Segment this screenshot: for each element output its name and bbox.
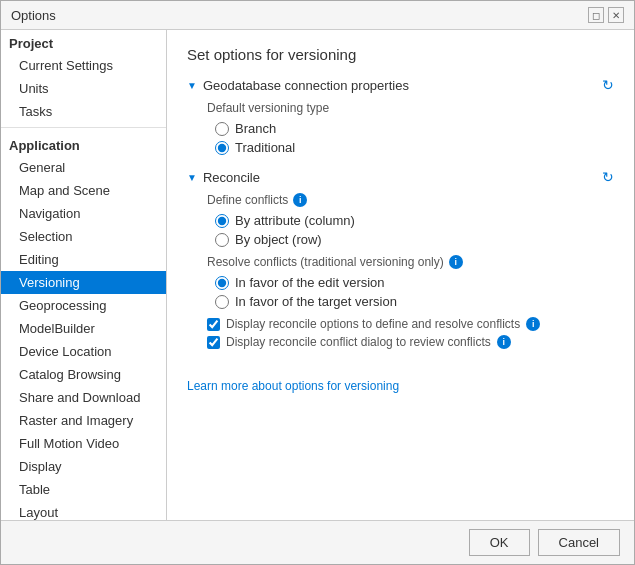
cancel-button[interactable]: Cancel xyxy=(538,529,620,556)
checkbox-conflict-dialog-input[interactable] xyxy=(207,336,220,349)
radio-favor-target[interactable]: In favor of the target version xyxy=(215,294,614,309)
geodatabase-section: ▼ Geodatabase connection properties ↻ De… xyxy=(187,77,614,155)
geodatabase-section-header: ▼ Geodatabase connection properties ↻ xyxy=(187,77,614,93)
sidebar-item-units[interactable]: Units xyxy=(1,77,166,100)
dialog-body: Project Current Settings Units Tasks App… xyxy=(1,30,634,520)
chevron-down-icon: ▼ xyxy=(187,80,197,91)
chevron-down-icon-2: ▼ xyxy=(187,172,197,183)
reconcile-section-content: Define conflicts i By attribute (column)… xyxy=(187,193,614,349)
titlebar-controls: ◻ ✕ xyxy=(588,7,624,23)
radio-favor-edit-input[interactable] xyxy=(215,276,229,290)
options-dialog: Options ◻ ✕ Project Current Settings Uni… xyxy=(0,0,635,565)
sidebar-item-full-motion-video[interactable]: Full Motion Video xyxy=(1,432,166,455)
dialog-title: Options xyxy=(11,8,56,23)
reset-geodatabase-icon[interactable]: ↻ xyxy=(602,77,614,93)
sidebar-item-modelbuilder[interactable]: ModelBuilder xyxy=(1,317,166,340)
sidebar: Project Current Settings Units Tasks App… xyxy=(1,30,167,520)
sidebar-item-table[interactable]: Table xyxy=(1,478,166,501)
sidebar-item-selection[interactable]: Selection xyxy=(1,225,166,248)
sidebar-item-map-and-scene[interactable]: Map and Scene xyxy=(1,179,166,202)
sidebar-group-project: Project xyxy=(1,30,166,54)
reconcile-section-label: ▼ Reconcile xyxy=(187,170,260,185)
reconcile-section-header: ▼ Reconcile ↻ xyxy=(187,169,614,185)
ok-button[interactable]: OK xyxy=(469,529,530,556)
radio-favor-target-input[interactable] xyxy=(215,295,229,309)
checkboxes-container: Display reconcile options to define and … xyxy=(207,317,614,349)
main-content: Set options for versioning ▼ Geodatabase… xyxy=(167,30,634,520)
reconcile-options-info-icon: i xyxy=(526,317,540,331)
sidebar-item-current-settings[interactable]: Current Settings xyxy=(1,54,166,77)
define-conflicts-info-icon: i xyxy=(293,193,307,207)
sidebar-item-general[interactable]: General xyxy=(1,156,166,179)
sidebar-item-tasks[interactable]: Tasks xyxy=(1,100,166,123)
radio-by-attribute[interactable]: By attribute (column) xyxy=(215,213,614,228)
default-versioning-type-label: Default versioning type xyxy=(207,101,614,115)
minimize-button[interactable]: ◻ xyxy=(588,7,604,23)
checkbox-reconcile-options-input[interactable] xyxy=(207,318,220,331)
dialog-footer: OK Cancel xyxy=(1,520,634,564)
sidebar-item-geoprocessing[interactable]: Geoprocessing xyxy=(1,294,166,317)
radio-favor-edit[interactable]: In favor of the edit version xyxy=(215,275,614,290)
radio-traditional[interactable]: Traditional xyxy=(215,140,614,155)
sidebar-item-versioning[interactable]: Versioning xyxy=(1,271,166,294)
conflict-dialog-info-icon: i xyxy=(497,335,511,349)
reconcile-section: ▼ Reconcile ↻ Define conflicts i By att xyxy=(187,169,614,349)
define-conflicts-label: Define conflicts i xyxy=(207,193,614,207)
versioning-type-radio-group: Branch Traditional xyxy=(207,121,614,155)
sidebar-item-display[interactable]: Display xyxy=(1,455,166,478)
sidebar-item-layout[interactable]: Layout xyxy=(1,501,166,520)
sidebar-item-editing[interactable]: Editing xyxy=(1,248,166,271)
resolve-conflicts-radio-group: In favor of the edit version In favor of… xyxy=(207,275,614,309)
sidebar-group-application: Application xyxy=(1,132,166,156)
radio-by-object-input[interactable] xyxy=(215,233,229,247)
radio-traditional-input[interactable] xyxy=(215,141,229,155)
radio-by-object[interactable]: By object (row) xyxy=(215,232,614,247)
sidebar-item-share-and-download[interactable]: Share and Download xyxy=(1,386,166,409)
resolve-conflicts-label: Resolve conflicts (traditional versionin… xyxy=(207,255,614,269)
radio-branch[interactable]: Branch xyxy=(215,121,614,136)
geodatabase-section-label: ▼ Geodatabase connection properties xyxy=(187,78,409,93)
resolve-conflicts-info-icon: i xyxy=(449,255,463,269)
radio-branch-input[interactable] xyxy=(215,122,229,136)
define-conflicts-radio-group: By attribute (column) By object (row) xyxy=(207,213,614,247)
checkbox-conflict-dialog[interactable]: Display reconcile conflict dialog to rev… xyxy=(207,335,614,349)
sidebar-item-device-location[interactable]: Device Location xyxy=(1,340,166,363)
reset-reconcile-icon[interactable]: ↻ xyxy=(602,169,614,185)
page-title: Set options for versioning xyxy=(187,46,614,63)
checkbox-reconcile-options[interactable]: Display reconcile options to define and … xyxy=(207,317,614,331)
titlebar: Options ◻ ✕ xyxy=(1,1,634,30)
learn-more-link[interactable]: Learn more about options for versioning xyxy=(187,379,399,393)
radio-by-attribute-input[interactable] xyxy=(215,214,229,228)
close-button[interactable]: ✕ xyxy=(608,7,624,23)
sidebar-item-raster-and-imagery[interactable]: Raster and Imagery xyxy=(1,409,166,432)
sidebar-item-catalog-browsing[interactable]: Catalog Browsing xyxy=(1,363,166,386)
sidebar-item-navigation[interactable]: Navigation xyxy=(1,202,166,225)
geodatabase-section-content: Default versioning type Branch Tradition… xyxy=(187,101,614,155)
